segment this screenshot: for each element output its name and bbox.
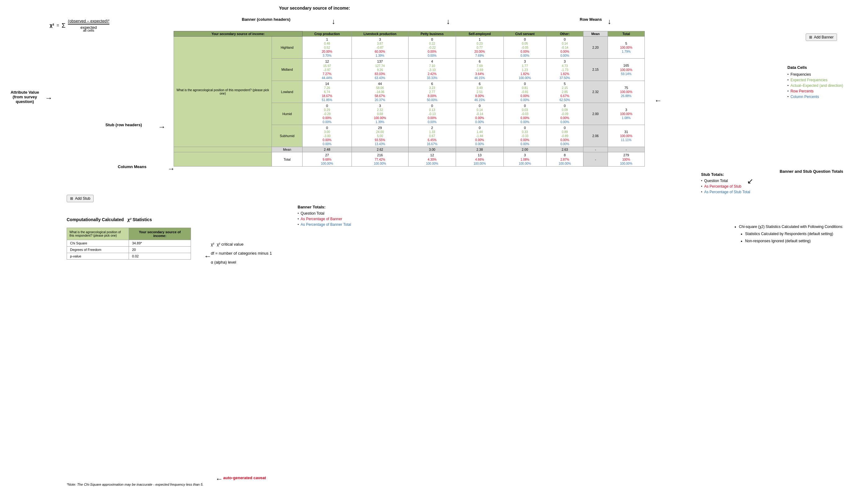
stats-banner-header: Your secondary source of income: — [129, 228, 191, 240]
auto-generated-label: auto-generated caveat — [223, 476, 266, 480]
humid-petty: 0 0.13 -0.13 0.00% 0.00% — [408, 103, 456, 125]
total-row: Total 27 9.68% 100.00% 216 77.42% 100.00… — [174, 152, 645, 166]
total-crop: 27 9.68% 100.00% — [303, 152, 352, 166]
add-stub-button[interactable]: ⊞ Add Stub — [67, 195, 94, 202]
bullet-row-pct: • — [787, 89, 789, 93]
stub-question-cell: What is the agroecological position of t… — [174, 37, 272, 147]
subhumid-total: 31 100.00% 11.11% — [608, 125, 645, 147]
mean-civil: 2.00 — [503, 147, 547, 152]
midland-other: 3 4.73 -1.73 1.82% 37.50% — [547, 58, 583, 81]
expected-freq-label: Expected Frequencies — [791, 78, 827, 82]
sum-symbol: Σ — [62, 22, 66, 29]
humid-total: 3 100.00% 1.08% — [608, 103, 645, 125]
humid-mean: 2.00 — [583, 103, 607, 125]
add-banner-label: Add Banner — [814, 35, 834, 39]
mean-mean: - — [583, 147, 607, 152]
df-annotation: df = number of categories minus 1 — [211, 251, 272, 256]
stub-highland: Highland — [272, 37, 303, 58]
stub-subhumid: Subhumid — [272, 125, 303, 147]
alpha-annotation: α (alpha) level — [211, 260, 272, 264]
midland-livestock: 137 127.74 9.26 83.03% 63.43% — [352, 58, 408, 81]
chi-formula-annotations: χ² χ² critical value df = number of cate… — [211, 242, 272, 264]
data-cells-legend: Data Cells • Frequencies • Expected Freq… — [787, 65, 843, 99]
mean-petty: 3.00 — [408, 147, 456, 152]
lowland-total: 75 100.00% 26.88% — [608, 81, 645, 103]
midland-civil: 3 1.77 1.23 1.82% 100.00% — [503, 58, 547, 81]
total-petty: 12 4.30% 100.00% — [408, 152, 456, 166]
col-header-total: Total — [608, 31, 645, 37]
bullet-pct-stub: • — [701, 184, 703, 188]
pct-banner-label: As Percentage of Banner — [301, 217, 342, 221]
bullet-pct-banner: • — [298, 217, 299, 221]
midland-crop: 12 15.97 -3.97 7.27% 44.44% — [303, 58, 352, 81]
arrow-left-data-cells: ← — [654, 96, 662, 105]
lowland-crop: 14 7.26 6.74 18.67% 51.85% — [303, 81, 352, 103]
arrow-left-chi: ← — [204, 252, 211, 260]
lowland-civil: 0 0.81 -0.81 0.00% 0.00% — [503, 81, 547, 103]
stub-question-header: Your secondary source of income: — [174, 31, 303, 37]
bullet-pct-banner-total: • — [298, 222, 299, 226]
add-banner-icon: ⊞ — [809, 35, 812, 39]
total-row-label: Total — [272, 152, 303, 166]
stub-lowland: Lowland — [272, 81, 303, 103]
arrow-right-stub: → — [158, 122, 165, 131]
add-stub-icon: ⊞ — [70, 196, 73, 201]
stats-pval-row: p-value 0.02 — [67, 253, 191, 260]
stats-pval-value: 0.02 — [129, 253, 191, 260]
arrow-left-caveat: ← — [215, 475, 223, 483]
bullet-pct-stub-total: • — [701, 190, 703, 193]
add-banner-button[interactable]: ⊞ Add Banner — [806, 34, 837, 41]
col-pct-label: Column Percents — [791, 95, 819, 99]
mean-row: Mean 2.48 2.62 3.00 2.38 2.00 2.63 - - — [174, 147, 645, 152]
formula-allcells: all cells — [68, 29, 109, 32]
total-row-label-stub — [174, 152, 272, 166]
banner-q-total-label: Question Total — [301, 211, 324, 216]
stats-stub-cell: What is the agroecological position of t… — [67, 228, 129, 240]
midland-self: 6 7.69 -1.69 3.64% 46.15% — [456, 58, 503, 81]
col-header-petty: Petty business — [408, 31, 456, 37]
equals-sign: = — [57, 23, 59, 28]
highland-mean: 2.20 — [583, 37, 607, 58]
bullet-frequencies: • — [787, 72, 789, 76]
row-pct-label: Row Percents — [791, 89, 814, 93]
col-header-mean: Mean — [583, 31, 607, 37]
mean-total: - — [608, 147, 645, 152]
stats-df-label: Degrees of Freedom — [67, 246, 129, 253]
highland-civil: 0 0.05 -0.05 0.00% 0.00% — [503, 37, 547, 58]
banner-stub-totals-label: Banner and Stub Question Totals — [780, 169, 843, 174]
pct-stub-total-label: As Percentage of Stub Total — [704, 190, 750, 194]
stats-pval-label: p-value — [67, 253, 129, 260]
mean-row-label: Mean — [272, 147, 303, 152]
col-header-livestock: Livestock production — [352, 31, 408, 37]
highland-self: 1 0.23 0.77 20.00% 7.69% — [456, 37, 503, 58]
arrow-down-means: ↓ — [607, 17, 611, 26]
highland-petty: 0 0.22 -0.22 0.00% 0.00% — [408, 37, 456, 58]
col-header-self: Self-employed — [456, 31, 503, 37]
right-notes: Chi-square (χ2) Statistics Calculated wi… — [733, 223, 843, 244]
row-means-label: Row Means — [580, 17, 602, 22]
column-means-label: Column Means — [118, 165, 146, 169]
chi2-critical-value: χ² critical value — [217, 242, 243, 246]
frequencies-label: Frequencies — [791, 72, 811, 76]
highland-crop: 1 0.48 0.52 20.00% 3.70% — [303, 37, 352, 58]
subhumid-other: 0 0.89 -0.89 0.00% 0.00% — [547, 125, 583, 147]
right-notes-item-1: Non-responses Ignored (default setting) — [745, 238, 843, 245]
arrow-right-attr: → — [45, 94, 52, 102]
right-notes-title: Chi-square (χ2) Statistics Calculated wi… — [739, 224, 843, 229]
right-notes-item-0: Statistics Calculated by Respondents (de… — [745, 231, 843, 238]
stub-humid: Humid — [272, 103, 303, 125]
col-header-civil: Civil servant — [503, 31, 547, 37]
actual-exp-label: Actual–Expected (and direction) — [791, 83, 843, 88]
stub-midland: Midland — [272, 58, 303, 81]
col-header-crop: Crop production — [303, 31, 352, 37]
lowland-petty: 6 3.23 2.77 8.00% 50.00% — [408, 81, 456, 103]
question-total-label: Question Total — [704, 178, 728, 183]
total-other: 8 2.87% 100.00% — [547, 152, 583, 166]
bullet-actual-exp: • — [787, 83, 789, 87]
stats-chi-label: Chi Square — [67, 240, 129, 246]
formula-numerator: (observed – expected)² — [68, 19, 109, 24]
pct-stub-label: As Percentage of Stub — [704, 184, 741, 189]
caveat-note: *Note: The Chi-Square approximation may … — [67, 483, 203, 486]
mean-crop: 2.48 — [303, 147, 352, 152]
total-civil: 3 1.08% 100.00% — [503, 152, 547, 166]
